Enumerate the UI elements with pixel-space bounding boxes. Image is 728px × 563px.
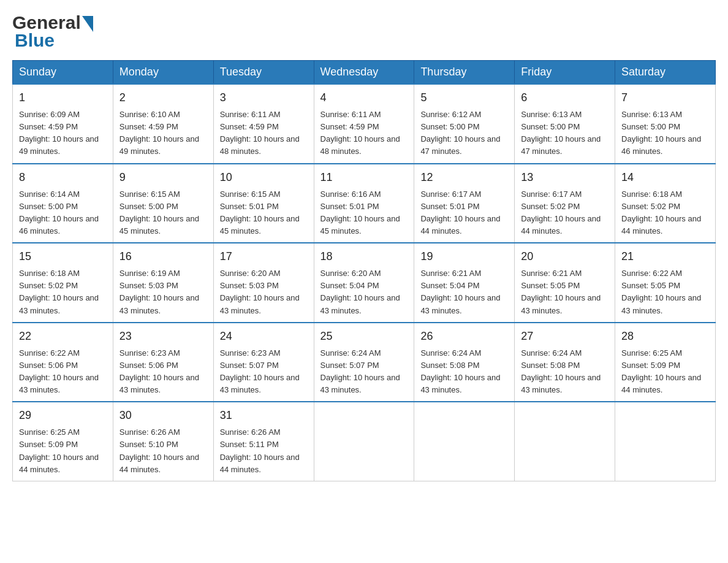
calendar-cell: 19Sunrise: 6:21 AMSunset: 5:04 PMDayligh…: [414, 243, 515, 323]
calendar-cell: 27Sunrise: 6:24 AMSunset: 5:08 PMDayligh…: [515, 323, 615, 402]
calendar-cell: 28Sunrise: 6:25 AMSunset: 5:09 PMDayligh…: [615, 323, 716, 402]
day-number: 21: [621, 248, 709, 265]
day-info: Sunrise: 6:09 AMSunset: 4:59 PMDaylight:…: [19, 109, 107, 158]
calendar-cell: 6Sunrise: 6:13 AMSunset: 5:00 PMDaylight…: [515, 84, 615, 164]
calendar-cell: 31Sunrise: 6:26 AMSunset: 5:11 PMDayligh…: [213, 402, 314, 481]
day-info: Sunrise: 6:13 AMSunset: 5:00 PMDaylight:…: [621, 109, 709, 158]
day-info: Sunrise: 6:24 AMSunset: 5:08 PMDaylight:…: [521, 347, 609, 397]
day-number: 26: [420, 328, 508, 345]
calendar-cell: 4Sunrise: 6:11 AMSunset: 4:59 PMDaylight…: [314, 84, 414, 164]
calendar-cell: 17Sunrise: 6:20 AMSunset: 5:03 PMDayligh…: [213, 243, 314, 323]
day-info: Sunrise: 6:24 AMSunset: 5:07 PMDaylight:…: [320, 347, 408, 397]
day-number: 27: [521, 328, 609, 345]
logo-triangle-icon: [82, 16, 93, 32]
day-number: 2: [119, 90, 207, 106]
calendar-cell: 20Sunrise: 6:21 AMSunset: 5:05 PMDayligh…: [515, 243, 615, 323]
day-number: 1: [19, 90, 107, 106]
weekday-header-thursday: Thursday: [414, 61, 515, 85]
day-info: Sunrise: 6:16 AMSunset: 5:01 PMDaylight:…: [320, 188, 408, 238]
day-number: 15: [19, 248, 107, 265]
week-row-3: 15Sunrise: 6:18 AMSunset: 5:02 PMDayligh…: [13, 243, 716, 323]
day-info: Sunrise: 6:25 AMSunset: 5:09 PMDaylight:…: [19, 426, 107, 476]
day-number: 4: [320, 90, 408, 106]
calendar-cell: [515, 402, 615, 481]
day-info: Sunrise: 6:13 AMSunset: 5:00 PMDaylight:…: [521, 109, 609, 158]
calendar-cell: 3Sunrise: 6:11 AMSunset: 4:59 PMDaylight…: [213, 84, 314, 164]
day-number: 5: [420, 90, 508, 106]
calendar-cell: 12Sunrise: 6:17 AMSunset: 5:01 PMDayligh…: [414, 164, 515, 243]
calendar-cell: 5Sunrise: 6:12 AMSunset: 5:00 PMDaylight…: [414, 84, 515, 164]
calendar-cell: [615, 402, 716, 481]
weekday-header-tuesday: Tuesday: [213, 61, 314, 85]
day-info: Sunrise: 6:18 AMSunset: 5:02 PMDaylight:…: [621, 188, 709, 238]
calendar-cell: 1Sunrise: 6:09 AMSunset: 4:59 PMDaylight…: [13, 84, 113, 164]
calendar-cell: 13Sunrise: 6:17 AMSunset: 5:02 PMDayligh…: [515, 164, 615, 243]
day-info: Sunrise: 6:18 AMSunset: 5:02 PMDaylight:…: [19, 267, 107, 317]
day-info: Sunrise: 6:15 AMSunset: 5:00 PMDaylight:…: [119, 188, 207, 238]
day-number: 11: [320, 169, 408, 186]
day-info: Sunrise: 6:11 AMSunset: 4:59 PMDaylight:…: [320, 109, 408, 158]
day-number: 19: [420, 248, 508, 265]
day-info: Sunrise: 6:21 AMSunset: 5:04 PMDaylight:…: [420, 267, 508, 317]
day-info: Sunrise: 6:11 AMSunset: 4:59 PMDaylight:…: [220, 109, 308, 158]
day-number: 6: [521, 90, 609, 106]
day-number: 18: [320, 248, 408, 265]
day-number: 9: [119, 169, 207, 186]
calendar-cell: 22Sunrise: 6:22 AMSunset: 5:06 PMDayligh…: [13, 323, 113, 402]
logo-blue-part: Blue: [12, 30, 93, 50]
day-number: 24: [220, 328, 308, 345]
logo: General Blue: [12, 12, 93, 50]
week-row-2: 8Sunrise: 6:14 AMSunset: 5:00 PMDaylight…: [13, 164, 716, 243]
day-info: Sunrise: 6:20 AMSunset: 5:03 PMDaylight:…: [220, 267, 308, 317]
calendar-cell: 26Sunrise: 6:24 AMSunset: 5:08 PMDayligh…: [414, 323, 515, 402]
calendar-cell: 16Sunrise: 6:19 AMSunset: 5:03 PMDayligh…: [113, 243, 213, 323]
calendar-cell: [414, 402, 515, 481]
day-info: Sunrise: 6:19 AMSunset: 5:03 PMDaylight:…: [119, 267, 207, 317]
weekday-header-wednesday: Wednesday: [314, 61, 414, 85]
day-info: Sunrise: 6:17 AMSunset: 5:01 PMDaylight:…: [420, 188, 508, 238]
day-info: Sunrise: 6:20 AMSunset: 5:04 PMDaylight:…: [320, 267, 408, 317]
day-number: 7: [621, 90, 709, 106]
day-info: Sunrise: 6:10 AMSunset: 4:59 PMDaylight:…: [119, 109, 207, 158]
day-info: Sunrise: 6:22 AMSunset: 5:06 PMDaylight:…: [19, 347, 107, 397]
day-number: 8: [19, 169, 107, 186]
week-row-1: 1Sunrise: 6:09 AMSunset: 4:59 PMDaylight…: [13, 84, 716, 164]
day-info: Sunrise: 6:17 AMSunset: 5:02 PMDaylight:…: [521, 188, 609, 238]
day-number: 3: [220, 90, 308, 106]
calendar-cell: [314, 402, 414, 481]
day-number: 29: [19, 407, 107, 424]
calendar-cell: 8Sunrise: 6:14 AMSunset: 5:00 PMDaylight…: [13, 164, 113, 243]
page-header: General Blue: [12, 12, 716, 50]
day-number: 30: [119, 407, 207, 424]
weekday-header-friday: Friday: [515, 61, 615, 85]
day-number: 22: [19, 328, 107, 345]
calendar-cell: 14Sunrise: 6:18 AMSunset: 5:02 PMDayligh…: [615, 164, 716, 243]
calendar-cell: 30Sunrise: 6:26 AMSunset: 5:10 PMDayligh…: [113, 402, 213, 481]
day-info: Sunrise: 6:24 AMSunset: 5:08 PMDaylight:…: [420, 347, 508, 397]
calendar-cell: 23Sunrise: 6:23 AMSunset: 5:06 PMDayligh…: [113, 323, 213, 402]
day-info: Sunrise: 6:14 AMSunset: 5:00 PMDaylight:…: [19, 188, 107, 238]
calendar-cell: 25Sunrise: 6:24 AMSunset: 5:07 PMDayligh…: [314, 323, 414, 402]
day-info: Sunrise: 6:26 AMSunset: 5:10 PMDaylight:…: [119, 426, 207, 476]
day-number: 28: [621, 328, 709, 345]
calendar-cell: 9Sunrise: 6:15 AMSunset: 5:00 PMDaylight…: [113, 164, 213, 243]
calendar-cell: 2Sunrise: 6:10 AMSunset: 4:59 PMDaylight…: [113, 84, 213, 164]
day-info: Sunrise: 6:25 AMSunset: 5:09 PMDaylight:…: [621, 347, 709, 397]
day-info: Sunrise: 6:26 AMSunset: 5:11 PMDaylight:…: [220, 426, 308, 476]
calendar-cell: 18Sunrise: 6:20 AMSunset: 5:04 PMDayligh…: [314, 243, 414, 323]
calendar-cell: 15Sunrise: 6:18 AMSunset: 5:02 PMDayligh…: [13, 243, 113, 323]
day-number: 17: [220, 248, 308, 265]
day-number: 16: [119, 248, 207, 265]
day-number: 14: [621, 169, 709, 186]
calendar-cell: 11Sunrise: 6:16 AMSunset: 5:01 PMDayligh…: [314, 164, 414, 243]
day-info: Sunrise: 6:15 AMSunset: 5:01 PMDaylight:…: [220, 188, 308, 238]
calendar-cell: 7Sunrise: 6:13 AMSunset: 5:00 PMDaylight…: [615, 84, 716, 164]
calendar-table: SundayMondayTuesdayWednesdayThursdayFrid…: [12, 60, 716, 481]
week-row-5: 29Sunrise: 6:25 AMSunset: 5:09 PMDayligh…: [13, 402, 716, 481]
calendar-cell: 24Sunrise: 6:23 AMSunset: 5:07 PMDayligh…: [213, 323, 314, 402]
day-number: 23: [119, 328, 207, 345]
day-number: 25: [320, 328, 408, 345]
day-number: 31: [220, 407, 308, 424]
weekday-header-saturday: Saturday: [615, 61, 716, 85]
day-number: 12: [420, 169, 508, 186]
